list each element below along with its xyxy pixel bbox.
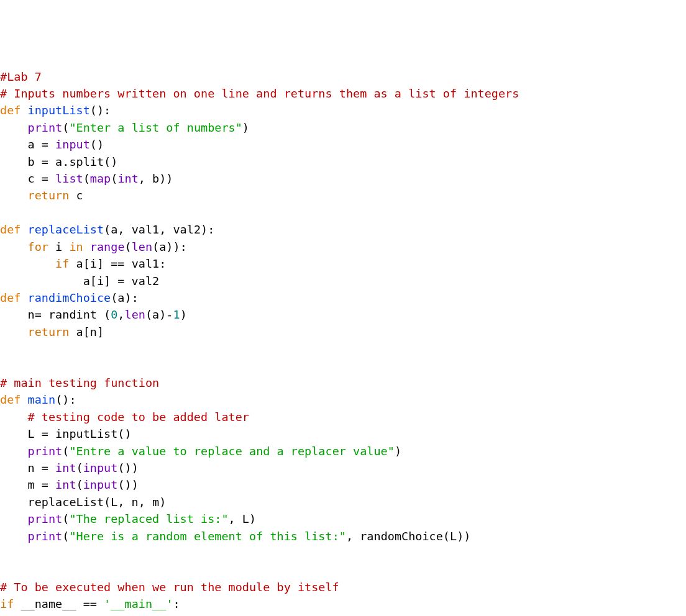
code-token: int <box>55 478 76 491</box>
code-token: replaceList <box>28 223 104 236</box>
code-token: , randomChoice(L)) <box>346 530 470 543</box>
code-line: #Lab 7 <box>0 68 686 85</box>
code-token: input <box>55 138 90 151</box>
code-token: b = a.split() <box>0 155 117 168</box>
code-token <box>0 325 28 338</box>
code-token: if <box>55 257 69 270</box>
code-token: randimChoice <box>28 291 111 304</box>
code-line: b = a.split() <box>0 153 686 170</box>
code-token: n = <box>0 461 55 474</box>
code-token: n= randint ( <box>0 308 111 321</box>
code-token: a = <box>0 138 55 151</box>
code-token: (a)- <box>145 308 173 321</box>
code-token: , <box>117 308 124 321</box>
code-token: (a, val1, val2): <box>104 223 214 236</box>
code-token: __name__ == <box>14 597 104 610</box>
code-token: ) <box>242 121 249 134</box>
code-token: print <box>28 445 63 458</box>
code-token: def <box>0 393 28 406</box>
code-token: : <box>173 597 180 610</box>
code-token: ( <box>62 512 69 525</box>
code-token: c = <box>0 172 55 185</box>
code-token: (a)): <box>152 240 187 253</box>
code-line: n= randint (0,len(a)-1) <box>0 306 686 323</box>
code-block: #Lab 7# Inputs numbers written on one li… <box>0 68 686 616</box>
code-line: c = list(map(int, b)) <box>0 170 686 187</box>
code-token <box>0 121 28 134</box>
code-line: if a[i] == val1: <box>0 255 686 272</box>
code-token <box>0 445 28 458</box>
code-token: ( <box>62 121 69 134</box>
code-line: # testing code to be added later <box>0 409 686 425</box>
code-token: #Lab 7 <box>0 70 42 83</box>
code-token: 1 <box>173 308 180 321</box>
code-token: '__main__' <box>104 597 173 610</box>
code-token: ( <box>76 478 83 491</box>
code-token: ( <box>76 461 83 474</box>
code-token: return <box>28 325 70 338</box>
code-line: m = int(input()) <box>0 476 686 493</box>
code-token: L = inputList() <box>0 427 132 440</box>
code-token: # Inputs numbers written on one line and… <box>0 87 519 100</box>
code-token: ( <box>83 172 90 185</box>
code-token <box>0 189 28 202</box>
code-token: # main testing function <box>0 376 159 389</box>
code-token: in <box>69 240 83 253</box>
code-token <box>0 240 28 253</box>
code-token: def <box>0 291 28 304</box>
code-token: int <box>117 172 138 185</box>
code-line <box>0 340 686 357</box>
code-token: ( <box>125 240 132 253</box>
code-line <box>0 561 686 578</box>
code-token: 0 <box>111 308 117 321</box>
code-line: print("The replaced list is:", L) <box>0 510 686 527</box>
code-token: len <box>132 240 152 253</box>
code-token <box>83 240 90 253</box>
code-line: for i in range(len(a)): <box>0 238 686 255</box>
code-token: list <box>55 172 83 185</box>
code-token: (a): <box>111 291 139 304</box>
code-line: if __name__ == '__main__': <box>0 596 686 612</box>
code-token: ) <box>180 308 187 321</box>
code-token: ) <box>395 445 401 458</box>
code-line: print("Here is a random element of this … <box>0 528 686 545</box>
code-token <box>0 410 28 424</box>
code-line: def randimChoice(a): <box>0 289 686 306</box>
code-token: "Enter a list of numbers" <box>69 121 242 134</box>
code-line: # Inputs numbers written on one line and… <box>0 85 686 102</box>
code-token: (): <box>90 104 111 117</box>
code-line: def inputList(): <box>0 102 686 119</box>
code-token: () <box>90 138 104 151</box>
code-token <box>0 530 28 543</box>
code-token: c <box>69 189 83 202</box>
code-line: # To be executed when we run the module … <box>0 579 686 596</box>
code-token <box>0 512 28 525</box>
code-token: # testing code to be added later <box>28 410 249 424</box>
code-token: m = <box>0 478 55 491</box>
code-line: replaceList(L, n, m) <box>0 494 686 510</box>
code-token: "The replaced list is:" <box>69 512 228 525</box>
code-token: # To be executed when we run the module … <box>0 581 339 594</box>
code-token: (): <box>55 393 76 406</box>
code-line: def replaceList(a, val1, val2): <box>0 221 686 238</box>
code-token: ( <box>62 530 69 543</box>
code-token: print <box>28 530 63 543</box>
code-line: print("Entre a value to replace and a re… <box>0 443 686 460</box>
code-token: ()) <box>117 461 138 474</box>
code-token: print <box>28 121 63 134</box>
code-line: a[i] = val2 <box>0 273 686 289</box>
code-token: a[n] <box>69 325 104 338</box>
code-line: a = input() <box>0 136 686 153</box>
code-token: print <box>28 512 63 525</box>
code-token: , b)) <box>139 172 173 185</box>
code-line <box>0 204 686 221</box>
code-token: input <box>83 478 118 491</box>
code-line: print("Enter a list of numbers") <box>0 119 686 136</box>
code-line: L = inputList() <box>0 425 686 442</box>
code-line <box>0 358 686 374</box>
code-token: "Here is a random element of this list:" <box>69 530 346 543</box>
code-line: # main testing function <box>0 374 686 391</box>
code-token: inputList <box>28 104 90 117</box>
code-line: main() <box>0 613 686 616</box>
code-line <box>0 545 686 561</box>
